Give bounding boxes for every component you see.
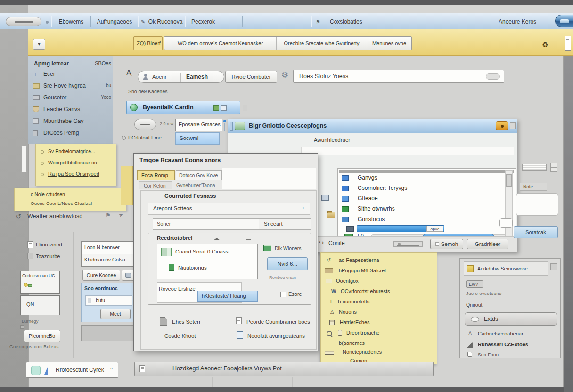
status-bar[interactable]: Hozdkegd Aeonect Fooajoliers Vuyws Pot <box>134 362 434 376</box>
sidebar-item-mbunthabe[interactable]: Mbunthabe Gay <box>43 118 105 124</box>
note-list-item-1[interactable]: ad Feapesetierna <box>339 257 428 263</box>
left-item-toazdurbe[interactable]: Toazdurbe <box>36 253 74 259</box>
nvi6-button[interactable]: Nvi6 6... <box>267 257 308 270</box>
note-list-item-10[interactable]: Nonctepnudenes <box>343 349 423 355</box>
selected-entry-bar[interactable]: ByeantialK Cardin <box>126 101 240 114</box>
note-list-item-9[interactable]: b(aanemes <box>339 340 414 346</box>
selected-option[interactable]: hKlesitoste/ Floang <box>197 291 258 302</box>
toolbar-dropdown-button[interactable]: ▾ <box>33 39 45 50</box>
dropdown-select[interactable]: Eposarre Gmaces <box>175 119 222 131</box>
group-listbox[interactable]: Coand Sorat 0 Cioass Niuutoiongs <box>157 244 258 279</box>
aregont-bar[interactable]: Aregont Sotteos › <box>148 203 310 215</box>
list-item-4[interactable]: Sithe otvnwrhs <box>358 205 452 212</box>
note-link-2[interactable]: Woorpottbtutlonuar ore <box>48 160 114 165</box>
dropdown-option-highlight[interactable]: Socwml <box>175 132 220 145</box>
slider-knob[interactable] <box>398 243 401 245</box>
note-list-item-6[interactable]: Nouons <box>339 309 414 315</box>
info-item-3[interactable]: Son Fnon <box>478 352 534 357</box>
alert-titlebar-button[interactable] <box>496 121 508 130</box>
tab4-label[interactable]: Gvnebuner'Taona <box>176 182 223 188</box>
v-scrollbar-thumb[interactable] <box>506 174 512 187</box>
tab-dotoco[interactable]: Dotoco Gov Kove <box>176 170 222 180</box>
minimize-corner-button[interactable] <box>555 15 573 27</box>
note-list-item-4[interactable]: OCvrforcrtst eburests <box>341 288 426 294</box>
rounded-tool-button[interactable] <box>134 119 156 130</box>
sidebar-item-drcoes[interactable]: DrCoes Pemg <box>43 130 105 136</box>
menu-item-ok-rucenova[interactable]: Ok Rucenova <box>147 16 184 27</box>
footer-item-3[interactable]: Peorde Coumbrainer boes <box>246 319 317 325</box>
note-list-item-5[interactable]: Ti ouoonetetts <box>337 299 422 304</box>
striped-mini-input[interactable] <box>522 164 547 171</box>
mid-field-2[interactable]: Khidmarubv Gotsa <box>81 254 137 267</box>
left-box-2[interactable]: QN <box>20 295 60 315</box>
toolbar-button-3[interactable]: Menunes ovne <box>367 37 411 50</box>
note-link-3[interactable]: Ra rpa Soe Onsnyoed <box>48 171 114 177</box>
note-list-item-7[interactable]: HatrlerEches <box>340 319 415 325</box>
side-round-button[interactable] <box>499 218 513 228</box>
tab-cor-kelon[interactable]: Cor Kelon <box>139 181 172 189</box>
gradrltieer-button[interactable]: Gradrltieer <box>467 239 508 249</box>
picornncbo-button[interactable]: PicornncBo <box>24 330 60 342</box>
extds-button[interactable]: Extds <box>465 312 557 326</box>
group-list-item-1[interactable]: Coand Sorat 0 Cioass <box>175 249 254 254</box>
search-pill[interactable]: Aoenr Eamesh <box>138 71 224 83</box>
info-item-1[interactable]: Carbnetsecoaberiar <box>478 331 553 336</box>
ew-mini-button[interactable]: EW? <box>466 280 483 288</box>
menu-item-ebowems[interactable]: Ebowems <box>53 16 90 27</box>
mini-slider[interactable] <box>393 241 423 247</box>
footer-item-1[interactable]: Ehes Seterr <box>172 319 214 325</box>
list-item-5[interactable]: Gonstocus <box>358 216 442 222</box>
oure-koonee-button[interactable]: Oure Koonee <box>82 270 120 281</box>
note-list-item-8[interactable]: Dreontrprache <box>346 330 422 335</box>
bottom-left-button[interactable]: Rrofoesctunt Cyrek ^ <box>26 362 118 378</box>
mid-panel-title: Soo eordnuoc <box>84 286 134 291</box>
menu-item-aufrungaeoes[interactable]: Aufrungaeoes <box>92 16 137 27</box>
note-link-1[interactable]: Sv Endtelomatgrice... <box>48 148 114 154</box>
note-list-item-3[interactable]: Ooentgox <box>336 278 421 284</box>
toolbar-button-1[interactable]: WO dem onnve's Caemot Keunasker <box>164 37 277 50</box>
group-list-item-2[interactable]: Niuutoiongs <box>178 265 249 270</box>
list-item-1[interactable]: Ganvgs <box>358 174 452 181</box>
left-box-1[interactable]: Cortcosrnnau UC <box>20 271 60 294</box>
tab-foca-romp[interactable]: Foca Romp <box>137 170 175 180</box>
sidebar-item-gouseter[interactable]: Gouseter <box>43 94 90 101</box>
address-input[interactable]: Roes Stoluz Yoess <box>293 70 504 83</box>
toolbar-button-2[interactable]: Oreobire Srecate whe Gvutlnerty <box>277 37 367 50</box>
header-side-button[interactable] <box>550 263 557 270</box>
address-clear-pill[interactable] <box>486 74 500 80</box>
mini-scrollbar[interactable] <box>21 145 27 172</box>
semoh-button[interactable]: Semoh <box>430 239 463 249</box>
soratcak-button[interactable]: Soratcak <box>514 226 558 238</box>
list-item-2[interactable]: Csornoliier: Teryvgs <box>358 185 461 191</box>
menu-item-pecxerok[interactable]: Pecxerok <box>188 16 229 27</box>
menu-item-coxsiobaties[interactable]: Coxsiobaties <box>330 16 375 27</box>
soner-field[interactable]: Soner <box>153 218 259 230</box>
gear-icon[interactable]: ⚙ <box>281 70 288 80</box>
sidebar-badge: SBOes <box>91 60 111 66</box>
mid-field-1[interactable]: Loon N bennver <box>81 241 137 254</box>
sidebar-item-srehove[interactable]: Sre Hove hvgrda <box>43 82 96 89</box>
refresh-icon[interactable]: ↺ <box>16 213 21 220</box>
info-item-2[interactable]: Runassari CcEotoes <box>478 342 553 347</box>
sidebar-item-feache[interactable]: Feache Ganvs <box>43 106 105 113</box>
close-titlebar-button[interactable] <box>510 122 516 129</box>
rvioe-combater-button[interactable]: Rvioe Combater <box>225 71 277 83</box>
recycle-icon[interactable]: ♻ <box>542 41 548 49</box>
esore-checkbox[interactable] <box>280 292 286 297</box>
list-item-3[interactable]: Gfteaoe <box>358 195 442 202</box>
window-pill-button[interactable] <box>6 17 41 26</box>
stacked-mini-buttons[interactable] <box>550 163 557 172</box>
sidebar-item-ecer[interactable]: Ecer <box>43 71 100 77</box>
left-item-eborezined[interactable]: Eborezined <box>36 242 74 247</box>
note-list-item-2[interactable]: hPogupu M6 Satcret <box>339 268 428 273</box>
list-dialog-titlebar[interactable]: Bigr Gniotdo Ceescepfogns <box>228 119 517 133</box>
zoom-tool-button[interactable]: .ZQ) Bioerf <box>133 36 163 50</box>
conite-link[interactable]: Conite <box>328 240 361 246</box>
snceart-field[interactable]: Snceart <box>259 218 311 230</box>
meet-button[interactable]: Meet <box>100 309 131 319</box>
mid-panel-item[interactable]: -butu <box>85 295 132 306</box>
footer-item-4[interactable]: Nooolatt avunrgeateans <box>247 333 318 339</box>
footer-item-2[interactable]: Cosde Khoot <box>164 333 212 339</box>
menu-right-label[interactable]: Anoeure Keros <box>499 16 548 27</box>
thumb-icon-button[interactable] <box>122 270 135 281</box>
